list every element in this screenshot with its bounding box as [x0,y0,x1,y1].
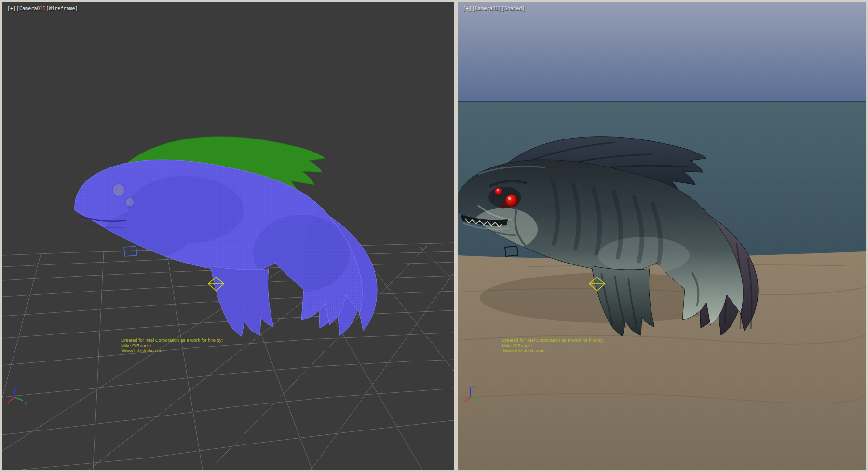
eye-highlight [508,197,511,200]
world-axis-tripod: z x y [7,383,28,405]
shading-mode-label[interactable]: [Shaded] [502,6,525,11]
axis-x-label: x [7,401,9,405]
axis-y-label: y [480,401,482,405]
eye-highlight [497,189,499,191]
axis-z-label: z [472,385,474,389]
viewport-menu-button[interactable]: [+] [7,6,16,11]
world-axis-tripod: z x y [463,383,484,405]
viewport-label-left: [+] [Camera01] [Wireframe] [7,6,78,11]
fish-eye-red [505,194,518,207]
viewport-label-right: [+] [Camera01] [Shaded] [463,6,525,11]
fish-eye-red [495,188,502,195]
shading-mode-label[interactable]: [Wireframe] [46,6,78,11]
fish-eye [125,198,134,207]
fish-eye-small [501,205,505,209]
camera-name-label[interactable]: [Camera01] [472,6,501,11]
sky [458,2,866,102]
viewport-frame: [+] [Camera01] [Wireframe] [0,0,868,472]
viewport-menu-button[interactable]: [+] [463,6,472,11]
axis-z-label: z [16,385,18,389]
viewport-left[interactable]: [+] [Camera01] [Wireframe] [2,2,454,470]
viewport-right[interactable]: [+] [Camera01] [Shaded] [458,2,866,470]
axis-x-label: x [463,401,465,405]
axis-y-label: y [25,401,27,405]
camera-name-label[interactable]: [Camera01] [16,6,45,11]
shaded-scene-canvas[interactable] [458,2,866,470]
viewport-divider[interactable] [454,2,458,470]
fish-eye [112,184,125,196]
wireframe-scene-canvas[interactable] [2,2,454,470]
